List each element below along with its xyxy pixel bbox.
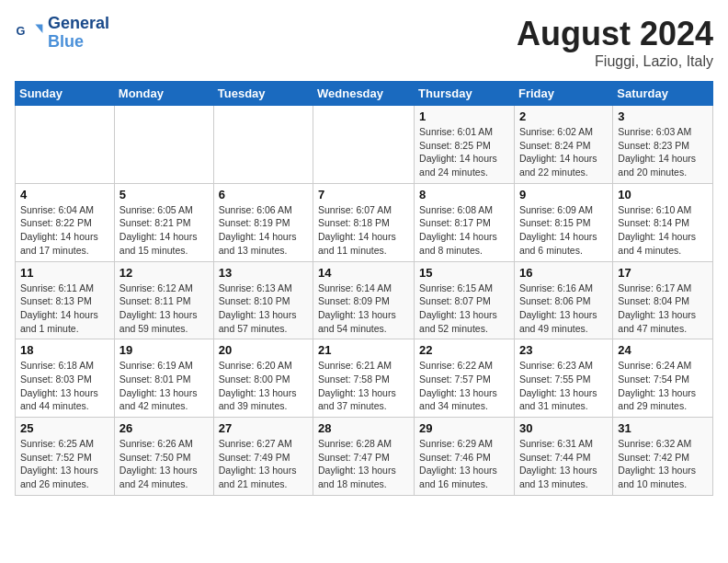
col-tuesday: Tuesday xyxy=(213,82,313,106)
day-info: Sunrise: 6:26 AMSunset: 7:50 PMDaylight:… xyxy=(119,437,209,491)
calendar-day: 16Sunrise: 6:16 AMSunset: 8:06 PMDayligh… xyxy=(514,261,612,339)
calendar-day: 13Sunrise: 6:13 AMSunset: 8:10 PMDayligh… xyxy=(213,261,313,339)
calendar-day: 4Sunrise: 6:04 AMSunset: 8:22 PMDaylight… xyxy=(16,183,115,261)
col-sunday: Sunday xyxy=(16,82,115,106)
day-number: 24 xyxy=(618,343,708,357)
day-number: 10 xyxy=(618,188,708,201)
day-number: 23 xyxy=(519,343,608,357)
day-number: 5 xyxy=(119,188,209,201)
title-block: August 2024 Fiuggi, Lazio, Italy xyxy=(517,15,713,70)
svg-marker-1 xyxy=(35,24,42,33)
calendar-day: 31Sunrise: 6:32 AMSunset: 7:42 PMDayligh… xyxy=(613,418,713,496)
calendar-table: Sunday Monday Tuesday Wednesday Thursday… xyxy=(15,81,713,496)
calendar-day: 23Sunrise: 6:23 AMSunset: 7:55 PMDayligh… xyxy=(514,339,612,418)
calendar-day: 26Sunrise: 6:26 AMSunset: 7:50 PMDayligh… xyxy=(114,418,213,496)
header-row: Sunday Monday Tuesday Wednesday Thursday… xyxy=(16,82,713,106)
calendar-day: 15Sunrise: 6:15 AMSunset: 8:07 PMDayligh… xyxy=(415,261,515,339)
day-info: Sunrise: 6:12 AMSunset: 8:11 PMDaylight:… xyxy=(119,282,209,336)
calendar-day xyxy=(213,106,313,184)
calendar-day: 24Sunrise: 6:24 AMSunset: 7:54 PMDayligh… xyxy=(613,339,713,418)
calendar-day: 2Sunrise: 6:02 AMSunset: 8:24 PMDaylight… xyxy=(514,106,612,184)
calendar-day: 7Sunrise: 6:07 AMSunset: 8:18 PMDaylight… xyxy=(313,183,415,261)
day-number: 18 xyxy=(20,343,109,357)
day-number: 26 xyxy=(119,421,209,435)
day-number: 1 xyxy=(419,109,509,123)
day-number: 2 xyxy=(519,109,608,123)
calendar-day: 8Sunrise: 6:08 AMSunset: 8:17 PMDaylight… xyxy=(415,183,515,261)
col-monday: Monday xyxy=(114,82,213,106)
day-number: 14 xyxy=(318,266,409,280)
day-number: 16 xyxy=(519,266,608,280)
calendar-day: 11Sunrise: 6:11 AMSunset: 8:13 PMDayligh… xyxy=(16,261,115,339)
day-info: Sunrise: 6:18 AMSunset: 8:03 PMDaylight:… xyxy=(20,359,109,413)
day-number: 13 xyxy=(219,266,308,280)
day-info: Sunrise: 6:09 AMSunset: 8:15 PMDaylight:… xyxy=(519,203,608,258)
day-info: Sunrise: 6:06 AMSunset: 8:19 PMDaylight:… xyxy=(219,203,308,258)
calendar-day: 21Sunrise: 6:21 AMSunset: 7:58 PMDayligh… xyxy=(313,339,415,418)
calendar-day: 14Sunrise: 6:14 AMSunset: 8:09 PMDayligh… xyxy=(313,261,415,339)
day-info: Sunrise: 6:03 AMSunset: 8:23 PMDaylight:… xyxy=(618,125,708,179)
day-number: 25 xyxy=(20,421,109,435)
calendar-week-4: 18Sunrise: 6:18 AMSunset: 8:03 PMDayligh… xyxy=(16,339,713,418)
day-info: Sunrise: 6:21 AMSunset: 7:58 PMDaylight:… xyxy=(318,359,409,413)
day-number: 27 xyxy=(219,421,308,435)
calendar-day: 20Sunrise: 6:20 AMSunset: 8:00 PMDayligh… xyxy=(213,339,313,418)
calendar-day: 27Sunrise: 6:27 AMSunset: 7:49 PMDayligh… xyxy=(213,418,313,496)
calendar-day: 28Sunrise: 6:28 AMSunset: 7:47 PMDayligh… xyxy=(313,418,415,496)
day-info: Sunrise: 6:07 AMSunset: 8:18 PMDaylight:… xyxy=(318,203,409,258)
day-info: Sunrise: 6:27 AMSunset: 7:49 PMDaylight:… xyxy=(219,437,308,491)
day-number: 7 xyxy=(318,188,409,201)
calendar-day: 25Sunrise: 6:25 AMSunset: 7:52 PMDayligh… xyxy=(16,418,115,496)
day-info: Sunrise: 6:31 AMSunset: 7:44 PMDaylight:… xyxy=(519,437,608,491)
day-info: Sunrise: 6:13 AMSunset: 8:10 PMDaylight:… xyxy=(219,282,308,336)
calendar-day: 22Sunrise: 6:22 AMSunset: 7:57 PMDayligh… xyxy=(415,339,515,418)
calendar-day: 29Sunrise: 6:29 AMSunset: 7:46 PMDayligh… xyxy=(415,418,515,496)
day-number: 31 xyxy=(618,421,708,435)
day-info: Sunrise: 6:14 AMSunset: 8:09 PMDaylight:… xyxy=(318,282,409,336)
day-info: Sunrise: 6:01 AMSunset: 8:25 PMDaylight:… xyxy=(419,125,509,179)
calendar-day: 1Sunrise: 6:01 AMSunset: 8:25 PMDaylight… xyxy=(415,106,515,184)
day-number: 21 xyxy=(318,343,409,357)
day-info: Sunrise: 6:16 AMSunset: 8:06 PMDaylight:… xyxy=(519,282,608,336)
calendar-day xyxy=(114,106,213,184)
calendar-day: 12Sunrise: 6:12 AMSunset: 8:11 PMDayligh… xyxy=(114,261,213,339)
day-number: 30 xyxy=(519,421,608,435)
calendar-day: 17Sunrise: 6:17 AMSunset: 8:04 PMDayligh… xyxy=(613,261,713,339)
calendar-week-3: 11Sunrise: 6:11 AMSunset: 8:13 PMDayligh… xyxy=(16,261,713,339)
day-number: 20 xyxy=(219,343,308,357)
day-number: 17 xyxy=(618,266,708,280)
calendar-day: 30Sunrise: 6:31 AMSunset: 7:44 PMDayligh… xyxy=(514,418,612,496)
day-number: 11 xyxy=(20,266,109,280)
page-title: August 2024 xyxy=(517,15,713,53)
page-header: G General Blue August 2024 Fiuggi, Lazio… xyxy=(15,15,713,70)
day-info: Sunrise: 6:25 AMSunset: 7:52 PMDaylight:… xyxy=(20,437,109,491)
day-number: 28 xyxy=(318,421,409,435)
logo-icon: G xyxy=(15,18,44,48)
day-info: Sunrise: 6:10 AMSunset: 8:14 PMDaylight:… xyxy=(618,203,708,258)
calendar-day: 9Sunrise: 6:09 AMSunset: 8:15 PMDaylight… xyxy=(514,183,612,261)
col-saturday: Saturday xyxy=(613,82,713,106)
calendar-day: 19Sunrise: 6:19 AMSunset: 8:01 PMDayligh… xyxy=(114,339,213,418)
day-info: Sunrise: 6:29 AMSunset: 7:46 PMDaylight:… xyxy=(419,437,509,491)
day-info: Sunrise: 6:32 AMSunset: 7:42 PMDaylight:… xyxy=(618,437,708,491)
day-info: Sunrise: 6:05 AMSunset: 8:21 PMDaylight:… xyxy=(119,203,209,258)
day-number: 22 xyxy=(419,343,509,357)
day-info: Sunrise: 6:23 AMSunset: 7:55 PMDaylight:… xyxy=(519,359,608,413)
calendar-day: 6Sunrise: 6:06 AMSunset: 8:19 PMDaylight… xyxy=(213,183,313,261)
logo-text: General Blue xyxy=(48,15,109,52)
day-info: Sunrise: 6:28 AMSunset: 7:47 PMDaylight:… xyxy=(318,437,409,491)
calendar-week-2: 4Sunrise: 6:04 AMSunset: 8:22 PMDaylight… xyxy=(16,183,713,261)
logo-name: General xyxy=(48,15,109,33)
day-info: Sunrise: 6:24 AMSunset: 7:54 PMDaylight:… xyxy=(618,359,708,413)
calendar-day: 5Sunrise: 6:05 AMSunset: 8:21 PMDaylight… xyxy=(114,183,213,261)
day-number: 3 xyxy=(618,109,708,123)
day-info: Sunrise: 6:17 AMSunset: 8:04 PMDaylight:… xyxy=(618,282,708,336)
col-friday: Friday xyxy=(514,82,612,106)
day-info: Sunrise: 6:19 AMSunset: 8:01 PMDaylight:… xyxy=(119,359,209,413)
day-info: Sunrise: 6:20 AMSunset: 8:00 PMDaylight:… xyxy=(219,359,308,413)
calendar-day xyxy=(16,106,115,184)
day-info: Sunrise: 6:11 AMSunset: 8:13 PMDaylight:… xyxy=(20,282,109,336)
day-info: Sunrise: 6:08 AMSunset: 8:17 PMDaylight:… xyxy=(419,203,509,258)
calendar-day: 3Sunrise: 6:03 AMSunset: 8:23 PMDaylight… xyxy=(613,106,713,184)
day-info: Sunrise: 6:02 AMSunset: 8:24 PMDaylight:… xyxy=(519,125,608,179)
